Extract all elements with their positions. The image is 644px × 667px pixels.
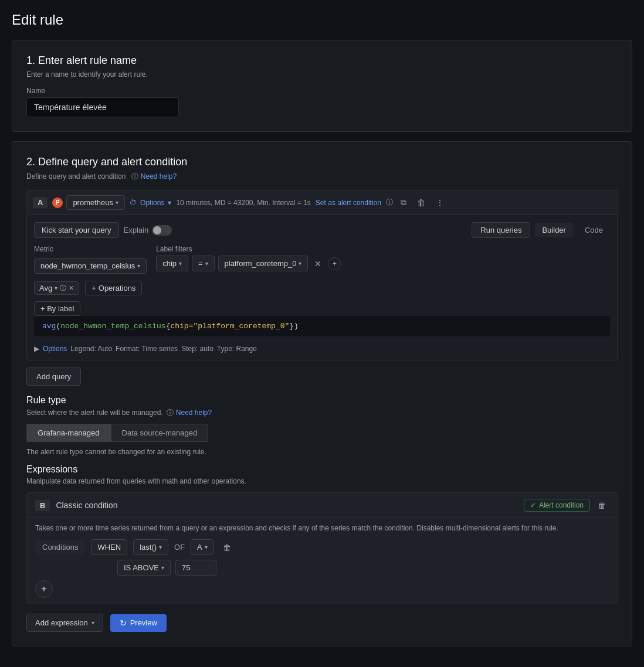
delete-condition-button[interactable]: 🗑 [220, 542, 234, 553]
delete-query-button[interactable]: 🗑 [414, 197, 428, 209]
section1-heading: 1. Enter alert rule name [26, 55, 618, 67]
query-body: Kick start your query Explain Run querie… [26, 215, 618, 360]
format-text: Format: Time series [116, 345, 178, 353]
options-footer[interactable]: ▶ Options Legend: Auto Format: Time seri… [34, 341, 610, 353]
expr-b-title: Classic condition [56, 501, 117, 510]
is-above-select[interactable]: IS ABOVE ▾ [117, 560, 171, 576]
is-above-row: IS ABOVE ▾ [35, 560, 609, 576]
options-chevron: ▾ [168, 199, 171, 207]
by-label-button[interactable]: + By label [34, 301, 80, 316]
explain-label: Explain [124, 226, 149, 234]
section-enter-name: 1. Enter alert rule name Enter a name to… [12, 40, 632, 132]
code-tab[interactable]: Code [578, 223, 610, 237]
rule-name-input[interactable] [26, 97, 179, 117]
expr-desc: Takes one or more time series returned f… [35, 524, 609, 532]
metric-value: node_hwmon_temp_celsius [40, 261, 135, 270]
expr-header-left: B Classic condition [35, 500, 117, 511]
rule-type-note: The alert rule type cannot be changed fo… [26, 448, 618, 456]
add-condition-button[interactable]: + [35, 580, 53, 598]
set-alert-condition-link[interactable]: Set as alert condition [316, 199, 381, 207]
filter-key: chip [162, 259, 177, 268]
rule-type-sub: Select where the alert rule will be mana… [26, 408, 618, 418]
section2-heading: 2. Define query and alert condition [26, 156, 618, 168]
rule-type-label: Rule type [26, 395, 618, 406]
add-query-button[interactable]: Add query [26, 367, 81, 386]
plus-icon: + [91, 284, 96, 292]
code-preview: avg(node_hwmon_temp_celsius{chip="platfo… [34, 316, 610, 336]
expressions-sub: Manipulate data returned from queries wi… [26, 477, 618, 485]
options-bar[interactable]: ⏱ Options ▾ [130, 199, 171, 207]
builder-tab[interactable]: Builder [535, 223, 572, 237]
expr-b-badge: B [35, 500, 50, 511]
options-expand-icon: ▶ [34, 345, 39, 353]
add-condition-row: + [35, 580, 609, 598]
prometheus-icon: P [52, 198, 63, 208]
legend-text: Legend: Auto [70, 345, 112, 353]
add-expr-chevron: ▾ [91, 620, 94, 626]
metric-field-label: Metric [34, 245, 147, 253]
explain-toggle-wrap: Explain [124, 225, 172, 236]
more-options-button[interactable]: ⋮ [433, 197, 447, 209]
a-select[interactable]: A ▾ [191, 539, 214, 555]
datasource-select[interactable]: prometheus ▾ [66, 195, 125, 210]
add-operations-button[interactable]: + Operations [85, 281, 142, 295]
rule-type-buttons: Grafana-managed Data source-managed [26, 424, 208, 442]
datasource-chevron: ▾ [116, 199, 118, 206]
query-a-label: A [33, 197, 48, 208]
expression-header: B Classic condition ✓ Alert condition 🗑 [27, 493, 617, 518]
query-meta: 10 minutes, MD = 43200, Min. Interval = … [176, 199, 310, 207]
add-expression-button[interactable]: Add expression ▾ [26, 614, 103, 632]
query-toolbar: Kick start your query Explain Run querie… [34, 222, 610, 238]
expressions-section: Expressions Manipulate data returned fro… [26, 464, 618, 604]
grafana-managed-btn[interactable]: Grafana-managed [26, 424, 111, 442]
run-queries-button[interactable]: Run queries [472, 222, 530, 238]
bottom-bar: Add expression ▾ ↻ Preview [26, 614, 618, 632]
conditions-row: Conditions WHEN last() ▾ OF A ▾ 🗑 [35, 539, 609, 555]
preview-button[interactable]: ↻ Preview [110, 614, 167, 632]
datasource-managed-btn[interactable]: Data source-managed [111, 424, 209, 442]
rule-type-info-icon: ⓘ [167, 409, 174, 417]
page-title: Edit rule [12, 12, 632, 28]
label-filters-group: Label filters chip ▾ = ▾ platform_corete… [156, 245, 341, 271]
name-label: Name [26, 87, 618, 95]
section-define-query: 2. Define query and alert condition Defi… [12, 141, 632, 646]
need-help-link[interactable]: Need help? [141, 172, 177, 181]
label-filters-label: Label filters [156, 245, 341, 253]
filter-value: platform_coretemp_0 [225, 259, 297, 268]
filter-op: = [198, 259, 203, 268]
add-filter-button[interactable]: + [328, 257, 341, 270]
avg-label: Avg [39, 284, 52, 292]
toggle-knob [153, 226, 161, 234]
remove-avg-button[interactable]: ✕ [69, 284, 74, 292]
when-label: WHEN [91, 539, 127, 555]
kick-start-button[interactable]: Kick start your query [34, 222, 119, 238]
code-selector: chip="platform_coretemp_0" [170, 322, 289, 331]
alert-condition-label: Alert condition [539, 501, 584, 509]
remove-filter-button[interactable]: ✕ [311, 258, 324, 270]
code-metric: node_hwmon_temp_celsius [60, 322, 165, 331]
info-icon: ⓘ [131, 172, 138, 181]
filter-op-select[interactable]: = ▾ [192, 256, 215, 271]
copy-query-button[interactable]: ⧉ [398, 196, 409, 209]
rule-type-section: Rule type Select where the alert rule wi… [26, 395, 618, 456]
when-value-select[interactable]: last() ▾ [133, 539, 168, 555]
metric-row: Metric node_hwmon_temp_celsius ▾ Label f… [34, 245, 610, 274]
options-label: Options [140, 199, 164, 207]
datasource-badge: P prometheus ▾ [52, 195, 125, 210]
operations-label: Operations [99, 284, 136, 292]
expression-body: Takes one or more time series returned f… [27, 518, 617, 604]
query-a-bar: A P prometheus ▾ ⏱ Options ▾ 10 minutes,… [26, 190, 618, 215]
code-fn: avg [42, 322, 56, 331]
avg-info-icon: ⓘ [60, 284, 66, 292]
explain-toggle[interactable] [152, 225, 172, 236]
threshold-input[interactable] [175, 560, 216, 576]
of-label: OF [174, 543, 185, 552]
section2-sub: Define query and alert condition ⓘ Need … [26, 172, 618, 182]
delete-expression-button[interactable]: 🗑 [595, 499, 609, 511]
filter-key-select[interactable]: chip ▾ [156, 256, 188, 271]
rule-type-need-help[interactable]: Need help? [176, 409, 212, 417]
filter-value-select[interactable]: platform_coretemp_0 ▾ [218, 256, 309, 271]
set-alert-info-icon: ⓘ [386, 198, 393, 207]
metric-select[interactable]: node_hwmon_temp_celsius ▾ [34, 258, 147, 274]
avg-chip: Avg ▾ ⓘ ✕ [34, 281, 79, 295]
